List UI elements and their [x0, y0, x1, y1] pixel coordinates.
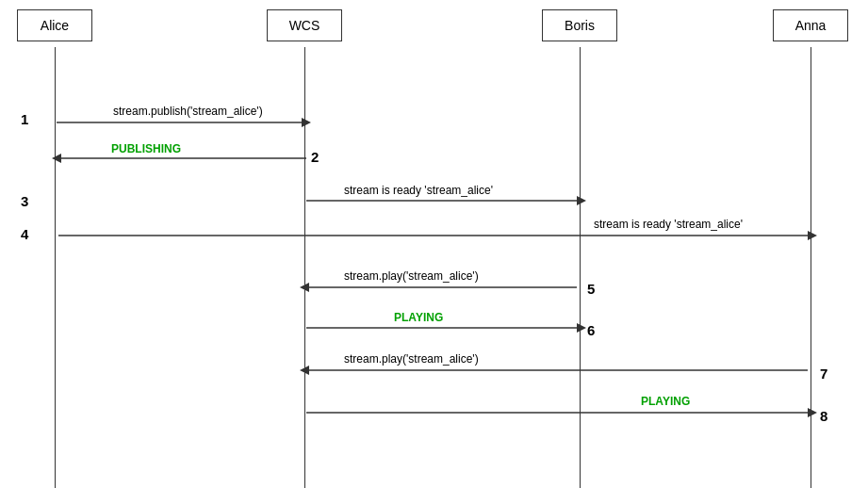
actor-alice: Alice — [17, 9, 92, 41]
actor-anna-label: Anna — [795, 18, 827, 33]
actor-wcs: WCS — [267, 9, 342, 41]
step-5: 5 — [587, 281, 595, 297]
actor-boris: Boris — [542, 9, 617, 41]
lifeline-anna — [811, 47, 811, 488]
svg-text:PLAYING: PLAYING — [641, 395, 690, 408]
svg-marker-1 — [302, 118, 311, 127]
step-8: 8 — [820, 408, 827, 424]
step-4: 4 — [21, 226, 28, 242]
svg-marker-7 — [577, 196, 586, 205]
svg-text:stream.publish('stream_alice'): stream.publish('stream_alice') — [113, 105, 263, 118]
actor-anna: Anna — [773, 9, 848, 41]
step-1: 1 — [21, 111, 28, 127]
svg-marker-22 — [808, 408, 817, 417]
arrows-svg: stream.publish('stream_alice') PUBLISHIN… — [0, 0, 868, 488]
svg-text:stream.play('stream_alice'): stream.play('stream_alice') — [344, 352, 479, 366]
svg-text:PUBLISHING: PUBLISHING — [111, 142, 181, 155]
step-3: 3 — [21, 193, 28, 209]
actor-alice-label: Alice — [41, 18, 69, 33]
lifeline-wcs — [304, 47, 305, 488]
sequence-diagram: Alice WCS Boris Anna 1 2 3 4 5 6 7 8 str… — [0, 0, 868, 488]
actor-wcs-label: WCS — [289, 18, 320, 33]
lifeline-alice — [55, 47, 56, 488]
step-7: 7 — [820, 366, 827, 382]
svg-text:PLAYING: PLAYING — [394, 311, 443, 324]
svg-marker-10 — [808, 231, 817, 240]
step-6: 6 — [587, 322, 595, 338]
svg-text:stream is ready 'stream_alice': stream is ready 'stream_alice' — [344, 184, 493, 197]
actor-boris-label: Boris — [565, 18, 595, 33]
svg-marker-4 — [52, 154, 61, 163]
step-2: 2 — [311, 149, 319, 165]
svg-text:stream is ready 'stream_alice': stream is ready 'stream_alice' — [594, 218, 743, 231]
svg-text:stream.play('stream_alice'): stream.play('stream_alice') — [344, 269, 479, 283]
lifeline-boris — [580, 47, 581, 488]
svg-marker-16 — [577, 323, 586, 333]
